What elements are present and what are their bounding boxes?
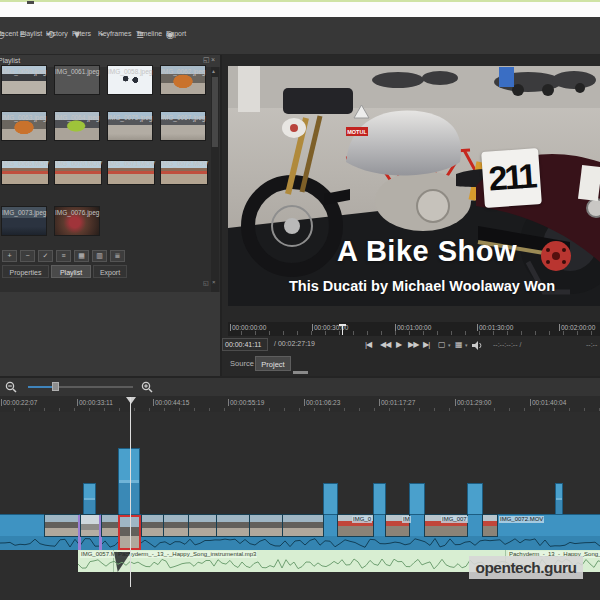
keyframes-label: Keyframes xyxy=(98,29,131,38)
grid-caret-icon[interactable]: ▾ xyxy=(465,342,468,348)
timeline-playhead-line[interactable] xyxy=(130,397,131,587)
scroll-up-icon[interactable]: ▲ xyxy=(211,67,216,75)
timeline-tick: 00:01:06:23 xyxy=(304,399,340,406)
tab-properties[interactable]: Properties xyxy=(2,265,49,278)
history-label: History xyxy=(46,29,68,38)
timeline-toolbar xyxy=(0,378,600,396)
undock-icon[interactable]: ◱ xyxy=(203,56,210,64)
clip-label: IM xyxy=(402,516,411,523)
main-toolbar: ◷ Recent ≡ Playlist ⟲ History ▼ Filters … xyxy=(0,17,600,55)
timeline-clip[interactable] xyxy=(45,515,78,536)
ruler-tick: 00:00:00:00 xyxy=(230,324,266,331)
empty-dock-area xyxy=(0,292,220,378)
remove-button[interactable]: − xyxy=(20,250,35,262)
video-track-waveform-strip xyxy=(0,536,600,550)
timeline-clip[interactable] xyxy=(102,515,118,536)
video-frame: MOTUL 211 A Bike Show This Ducati by Mic… xyxy=(228,66,600,306)
side-plate xyxy=(578,165,600,201)
watermark: opentech.guru xyxy=(469,556,583,579)
skip-end-button[interactable]: ▶| xyxy=(423,339,429,351)
timeline-clip[interactable] xyxy=(483,515,497,536)
selected-duration: --:--:--:-- / xyxy=(493,341,521,348)
selected-duration-2: --:-- xyxy=(586,341,597,348)
overlay-subtitle: This Ducati by Michael Woolaway Won xyxy=(244,278,600,294)
view-tiles-button[interactable]: ▦ xyxy=(74,250,89,262)
filename: IMG_0071.MOV xyxy=(108,160,155,167)
filename: IMG_0075.jpeg xyxy=(108,114,152,121)
playlist-actions-toolbar: + − ✓ ≡ ▦ ▥ ≣ xyxy=(0,250,220,265)
clip-label: IMG_0 xyxy=(352,516,372,523)
filters-label: Filters xyxy=(72,29,91,38)
skip-start-button[interactable]: |◀ xyxy=(365,339,371,351)
timeline-tick: 00:00:33:11 xyxy=(77,399,113,406)
recent-label: Recent xyxy=(0,29,18,38)
clip-label: IMG_007 xyxy=(441,516,468,523)
player-controls: 00:00:41:11 / 00:02:27:19 |◀ ◀◀ ▶ ▶▶ ▶| … xyxy=(222,338,600,354)
filename: IMG_0066.MOV xyxy=(2,160,49,167)
ruler-tick: 00:01:30:00 xyxy=(477,324,513,331)
shotcut-window: ◷ Recent ≡ Playlist ⟲ History ▼ Filters … xyxy=(0,0,600,600)
clip-label: IMG_0072.MOV xyxy=(499,516,544,523)
race-number-plate: 211 xyxy=(481,148,542,208)
timeline-tick: 00:00:44:15 xyxy=(153,399,189,406)
scrollbar-thumb[interactable] xyxy=(212,77,218,147)
tab-source[interactable]: Source xyxy=(226,356,258,371)
view-details-button[interactable]: ≡ xyxy=(56,250,71,262)
player-ruler[interactable]: 00:00:00:00 00:00:30:00 00:01:00:00 00:0… xyxy=(228,322,600,336)
playlist-panel-title: Playlist xyxy=(0,57,20,64)
timecode-field[interactable]: 00:00:41:11 xyxy=(222,338,268,351)
filename: IMG_0063.jpeg xyxy=(2,114,46,121)
audio-peak-clip[interactable] xyxy=(555,483,563,515)
volume-icon[interactable] xyxy=(472,341,482,350)
export-label: Export xyxy=(166,29,186,38)
playlist-menu-button[interactable]: ≣ xyxy=(110,250,125,262)
timeline-clip[interactable] xyxy=(81,515,99,536)
player-playhead-line[interactable] xyxy=(342,325,343,335)
update-button[interactable]: ✓ xyxy=(38,250,53,262)
filename: IMG_0062.jpeg xyxy=(161,68,205,75)
filename: IMG_0059.jpeg xyxy=(2,68,46,75)
add-button[interactable]: + xyxy=(2,250,17,262)
ruler-tick: 00:02:00:00 xyxy=(559,324,595,331)
timeline-tick: 00:01:29:00 xyxy=(455,399,491,406)
duration-label: / 00:02:27:19 xyxy=(274,340,315,347)
zoom-fit-caret-icon[interactable]: ▾ xyxy=(448,342,451,348)
filename: IMG_0064.jpeg xyxy=(55,114,99,121)
player-panel: MOTUL 211 A Bike Show This Ducati by Mic… xyxy=(222,55,600,378)
tank-sticker-text: MOTUL xyxy=(347,129,367,135)
audio-peak-clip[interactable] xyxy=(118,448,140,515)
timeline-ruler[interactable]: 00:00:22:07 00:00:33:11 00:00:44:15 00:0… xyxy=(0,396,600,412)
grid-button[interactable]: ▦ xyxy=(455,339,462,351)
filename: IMG_0072.MOV xyxy=(161,160,208,167)
timeline-tick: 00:00:55:19 xyxy=(228,399,264,406)
panel-undock-icon[interactable]: ◱ xyxy=(203,279,209,286)
ruler-tick: 00:01:00:00 xyxy=(395,324,431,331)
timeline-zoom-slider-handle[interactable] xyxy=(52,382,59,391)
timeline-tick: 00:00:22:07 xyxy=(1,399,37,406)
filename: IMG_0058.jpeg xyxy=(108,68,152,75)
zoom-fit-button[interactable]: ▢ xyxy=(438,339,445,351)
splitter-handle[interactable] xyxy=(293,371,308,374)
tab-project[interactable]: Project xyxy=(255,356,291,371)
timeline-playhead[interactable] xyxy=(126,397,136,404)
close-icon[interactable]: × xyxy=(211,56,215,63)
filename: IMG_0073.jpeg xyxy=(2,209,46,216)
timeline-clip[interactable] xyxy=(142,515,323,536)
rewind-button[interactable]: ◀◀ xyxy=(380,339,390,351)
playlist-label: Playlist xyxy=(20,29,42,38)
zoom-in-icon[interactable] xyxy=(141,381,153,393)
fast-forward-button[interactable]: ▶▶ xyxy=(408,339,418,351)
video-track-v1[interactable]: IMG_0 IM IMG_007 IMG_0072.MOV xyxy=(0,514,600,550)
tab-export[interactable]: Export xyxy=(93,265,127,278)
view-icons-button[interactable]: ▥ xyxy=(92,250,107,262)
play-button[interactable]: ▶ xyxy=(396,339,401,351)
zoom-out-icon[interactable] xyxy=(5,381,17,393)
audio-peak-clip[interactable] xyxy=(83,483,96,515)
tab-playlist[interactable]: Playlist xyxy=(51,265,91,278)
menubar-strip xyxy=(0,2,600,17)
filename: IMG_0070.MOV xyxy=(55,160,102,167)
panel-close-icon[interactable]: × xyxy=(212,279,216,285)
menu-glyph xyxy=(27,1,34,4)
timeline-tick: 00:01:17:27 xyxy=(379,399,415,406)
blue-barrel xyxy=(499,67,514,87)
